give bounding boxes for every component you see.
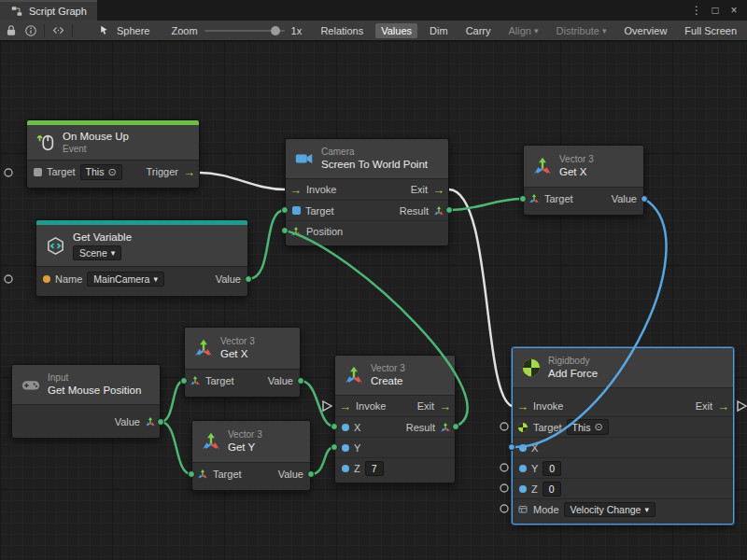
fullscreen-button[interactable]: Full Screen xyxy=(679,23,742,38)
rigidbody-port-icon[interactable] xyxy=(517,422,529,433)
node-get-mouse-position[interactable]: Input Get Mouse Position Value xyxy=(11,364,161,439)
port-label-z: Z xyxy=(531,483,538,495)
vector3-icon xyxy=(344,365,364,385)
node-screen-to-world-point[interactable]: Camera Screen To World Point → Invoke Ex… xyxy=(285,138,449,246)
port-label-x: X xyxy=(531,442,538,454)
dim-button[interactable]: Dim xyxy=(424,23,454,38)
port-label-value: Value xyxy=(115,416,140,427)
port-label-target: Target xyxy=(533,422,562,433)
z-value-field[interactable]: 0 xyxy=(543,482,561,497)
toolbar-separator xyxy=(44,24,45,37)
port-label-exit: Exit xyxy=(411,184,428,195)
maximize-icon[interactable]: □ xyxy=(706,0,725,21)
graph-toolbar: Sphere Zoom 1x Relations Values Dim Carr… xyxy=(0,21,747,41)
distribute-button[interactable]: Distribute▾ xyxy=(551,23,613,38)
node-title: Get Variable xyxy=(73,231,132,244)
vector3-port-icon[interactable] xyxy=(440,422,451,433)
distribute-label: Distribute xyxy=(557,25,599,36)
port-label-y: Y xyxy=(354,442,360,454)
scope-icon: ⊙ xyxy=(594,421,602,433)
vector3-icon xyxy=(193,338,214,358)
control-input-port[interactable]: → xyxy=(339,400,351,413)
camera-type-icon[interactable] xyxy=(292,206,301,215)
control-input-port[interactable]: → xyxy=(516,400,529,413)
menu-icon[interactable]: ⋮ xyxy=(687,0,706,21)
variable-scope-dropdown[interactable]: Scene▾ xyxy=(73,245,121,260)
node-category: Vector 3 xyxy=(559,154,594,165)
node-get-y[interactable]: Vector 3 Get Y Target Value xyxy=(191,420,311,491)
code-icon[interactable] xyxy=(51,23,65,37)
close-icon[interactable]: × xyxy=(725,0,743,21)
node-subtitle: Event xyxy=(63,144,129,155)
align-button[interactable]: Align▾ xyxy=(503,23,544,38)
vector3-port-icon[interactable] xyxy=(190,375,201,386)
zoom-value: 1x xyxy=(291,25,303,36)
vector3-port-icon[interactable] xyxy=(145,416,156,427)
rigidbody-icon xyxy=(521,357,542,378)
node-get-x-top[interactable]: Vector 3 Get X Target Value xyxy=(523,145,644,216)
port-label-result: Result xyxy=(400,205,429,217)
carry-button[interactable]: Carry xyxy=(460,23,497,38)
align-label: Align xyxy=(509,25,531,36)
port-label-value: Value xyxy=(216,273,241,285)
node-add-force[interactable]: Rigidbody Add Force → Invoke Exit → Targ… xyxy=(512,347,734,525)
gameobject-type-icon xyxy=(34,168,42,176)
relations-button[interactable]: Relations xyxy=(315,23,369,38)
chip-value: This xyxy=(86,166,105,177)
overview-button[interactable]: Overview xyxy=(619,23,673,38)
chevron-down-icon: ▾ xyxy=(602,26,607,35)
control-input-port[interactable]: → xyxy=(289,184,302,196)
float-port[interactable] xyxy=(342,424,349,431)
vector3-port-icon[interactable] xyxy=(433,205,444,217)
wire-gety-to-create-y xyxy=(311,447,334,474)
zoom-slider-handle[interactable] xyxy=(271,26,280,35)
float-port[interactable] xyxy=(519,465,527,472)
y-value-field[interactable]: 0 xyxy=(543,461,561,476)
node-category: Input xyxy=(48,372,141,384)
port-label-exit: Exit xyxy=(696,400,712,412)
vector3-port-icon[interactable] xyxy=(197,469,208,480)
chip-value: This xyxy=(572,422,591,433)
variable-name-dropdown[interactable]: MainCamera▾ xyxy=(87,272,164,287)
port-label-target: Target xyxy=(47,166,76,177)
float-port[interactable] xyxy=(519,444,527,452)
node-on-mouse-up[interactable]: On Mouse Up Event Target This⊙ Trigger → xyxy=(26,119,200,189)
port-label-y: Y xyxy=(531,463,538,474)
chevron-down-icon: ▾ xyxy=(644,505,649,514)
graph-canvas[interactable]: On Mouse Up Event Target This⊙ Trigger →… xyxy=(0,41,747,560)
mode-dropdown[interactable]: Velocity Change▾ xyxy=(564,502,655,517)
float-port[interactable] xyxy=(342,465,349,472)
lock-icon[interactable] xyxy=(5,24,18,37)
context-cursor-icon xyxy=(98,24,110,36)
target-this-chip[interactable]: This⊙ xyxy=(80,164,122,180)
node-get-x-mid[interactable]: Vector 3 Get X Target Value xyxy=(184,327,301,398)
control-output-port[interactable]: → xyxy=(439,400,451,413)
float-port[interactable] xyxy=(519,485,527,493)
port-row: → Invoke Exit → xyxy=(513,396,733,416)
enum-port-icon[interactable] xyxy=(517,504,529,515)
info-icon[interactable] xyxy=(24,24,37,37)
values-button[interactable]: Values xyxy=(375,23,417,38)
control-output-port[interactable]: → xyxy=(432,184,444,196)
string-port[interactable] xyxy=(43,275,50,283)
vector3-port-icon[interactable] xyxy=(529,193,540,204)
control-output-port[interactable]: → xyxy=(717,400,729,413)
port-row: X Result xyxy=(335,416,455,437)
node-title: Get Y xyxy=(228,441,262,454)
port-label-invoke: Invoke xyxy=(306,184,336,195)
chevron-down-icon: ▾ xyxy=(534,26,539,35)
z-value-field[interactable]: 7 xyxy=(365,461,384,476)
node-title: Screen To World Point xyxy=(321,158,428,171)
target-this-chip[interactable]: This⊙ xyxy=(567,419,609,435)
node-create-vector3[interactable]: Vector 3 Create → Invoke Exit → X Result xyxy=(334,355,456,483)
context-label[interactable]: Sphere xyxy=(117,25,149,36)
tab-script-graph[interactable]: Script Graph xyxy=(0,0,97,21)
zoom-slider[interactable] xyxy=(204,30,285,32)
node-title: Get X xyxy=(559,165,594,178)
float-port[interactable] xyxy=(342,444,349,452)
chevron-down-icon: ▾ xyxy=(111,248,116,258)
vector3-port-icon[interactable] xyxy=(290,226,302,237)
chevron-down-icon: ▾ xyxy=(153,274,158,284)
control-output-port[interactable]: → xyxy=(183,166,195,178)
node-get-variable[interactable]: Get Variable Scene▾ Name MainCamera▾ Val… xyxy=(35,219,248,297)
